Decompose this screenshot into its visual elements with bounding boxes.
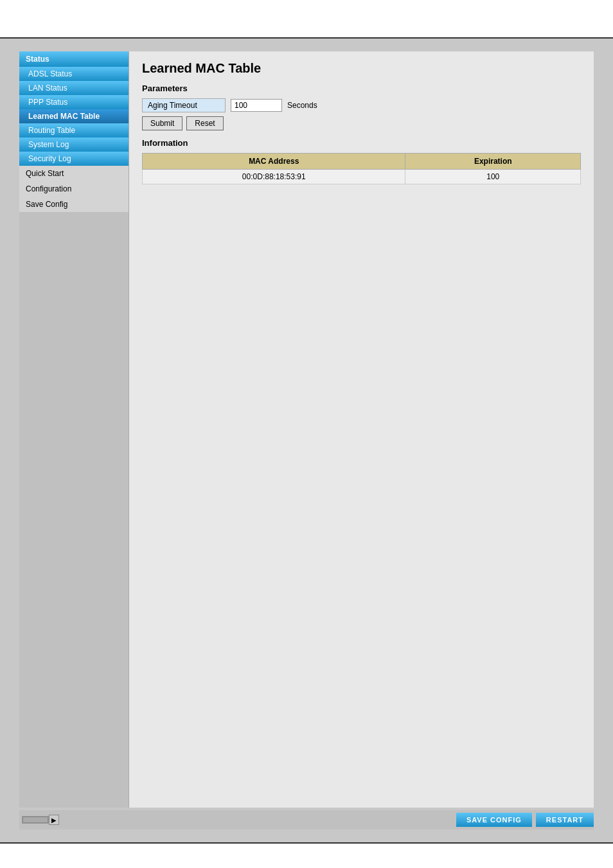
scrollbar-track[interactable] xyxy=(22,816,49,824)
expiration-cell: 100 xyxy=(405,170,581,184)
main-content: Learned MAC Table Parameters Aging Timeo… xyxy=(129,51,594,808)
table-row: 00:0D:88:18:53:91100 xyxy=(143,170,581,184)
sidebar-item-save-config[interactable]: Save Config xyxy=(19,197,129,212)
content-area: StatusADSL StatusLAN StatusPPP StatusLea… xyxy=(19,51,594,808)
submit-button[interactable]: Submit xyxy=(142,116,182,130)
aging-timeout-unit: Seconds xyxy=(287,101,317,110)
footer-bar xyxy=(0,842,613,868)
btn-row: Submit Reset xyxy=(142,116,581,130)
aging-timeout-label: Aging Timeout xyxy=(142,98,226,112)
save-config-button[interactable]: SAVE CONFIG xyxy=(456,813,532,827)
sidebar: StatusADSL StatusLAN StatusPPP StatusLea… xyxy=(19,51,129,808)
bottom-buttons: SAVE CONFIG RESTART xyxy=(456,813,594,827)
scroll-arrow[interactable]: ▶ xyxy=(49,815,59,825)
scrollbar-thumb[interactable] xyxy=(22,817,48,823)
top-bar xyxy=(0,0,613,39)
sidebar-item-security-log[interactable]: Security Log xyxy=(19,152,129,166)
sidebar-item-adsl-status[interactable]: ADSL Status xyxy=(19,67,129,81)
col-mac-address: MAC Address xyxy=(143,154,405,170)
sidebar-item-configuration[interactable]: Configuration xyxy=(19,181,129,197)
sidebar-item-quick-start[interactable]: Quick Start xyxy=(19,166,129,181)
params-section: Parameters Aging Timeout Seconds Submit … xyxy=(142,84,581,130)
info-section: Information MAC Address Expiration 00:0D… xyxy=(142,138,581,184)
info-label: Information xyxy=(142,138,581,148)
sidebar-item-system-log[interactable]: System Log xyxy=(19,137,129,152)
sidebar-item-routing-table[interactable]: Routing Table xyxy=(19,123,129,137)
main-wrapper: StatusADSL StatusLAN StatusPPP StatusLea… xyxy=(0,39,613,842)
sidebar-item-learned-mac-table[interactable]: Learned MAC Table xyxy=(19,109,129,123)
sidebar-item-lan-status[interactable]: LAN Status xyxy=(19,81,129,95)
sidebar-item-status[interactable]: Status xyxy=(19,51,129,67)
mac-address-cell: 00:0D:88:18:53:91 xyxy=(143,170,405,184)
scrollbar-area[interactable]: ▶ xyxy=(19,814,62,826)
aging-timeout-input[interactable] xyxy=(231,99,282,112)
sidebar-item-ppp-status[interactable]: PPP Status xyxy=(19,95,129,109)
reset-button[interactable]: Reset xyxy=(186,116,223,130)
aging-timeout-row: Aging Timeout Seconds xyxy=(142,98,581,112)
page-title: Learned MAC Table xyxy=(142,61,581,76)
params-label: Parameters xyxy=(142,84,581,93)
col-expiration: Expiration xyxy=(405,154,581,170)
mac-table: MAC Address Expiration 00:0D:88:18:53:91… xyxy=(142,153,581,184)
restart-button[interactable]: RESTART xyxy=(536,813,594,827)
